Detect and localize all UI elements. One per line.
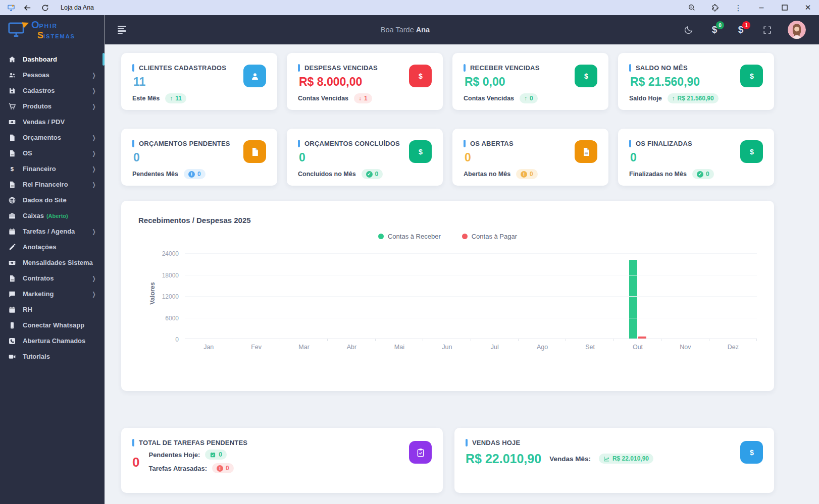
sidebar-item-label: Produtos: [23, 102, 52, 110]
chart-plot: Valores 24000180001200060000: [185, 253, 757, 339]
task-line: Tarefas Atrasadas:!0: [148, 463, 233, 473]
card-footer-label: Contas Vencidas: [464, 95, 514, 102]
sidebar-item-abertura-chamados[interactable]: Abertura Chamados: [0, 333, 105, 349]
x-axis-tick-label: Nov: [661, 344, 709, 351]
topbar: Boa Tarde Ana $ 0 $ 1: [105, 15, 819, 44]
sidebar-item-conectar-whatsapp[interactable]: Conectar Whatsapp: [0, 317, 105, 333]
sidebar-item-cadastros[interactable]: Cadastros❯: [0, 83, 105, 98]
logo-text: OPHIR SISTEMAS: [31, 20, 75, 40]
sidebar-item-label: Orçamentos: [23, 134, 61, 141]
dollar-tile-icon: $: [740, 140, 763, 163]
window-close-button[interactable]: ✕: [804, 4, 812, 12]
sidebar-item-label: Anotações: [23, 243, 56, 251]
card-footer-label: Saldo Hoje: [629, 95, 662, 102]
browser-bar: Loja da Ana ⋮ – ✕: [0, 0, 819, 15]
legend-label: Contas à Pagar: [472, 233, 517, 240]
user-name: Ana: [416, 26, 430, 34]
chevron-right-icon: ❯: [92, 275, 95, 282]
refresh-button[interactable]: [41, 4, 49, 12]
sidebar-item-vendas-pdv[interactable]: Vendas / PDV: [0, 114, 105, 130]
globe-icon: [8, 196, 16, 204]
payables-notification-icon[interactable]: $ 1: [735, 24, 746, 35]
sidebar-item-or-amentos[interactable]: Orçamentos❯: [0, 130, 105, 145]
dark-mode-icon[interactable]: [683, 24, 694, 35]
video-icon: [8, 352, 16, 361]
sidebar-item-label: Dados do Site: [23, 196, 67, 204]
x-axis-labels: JanFevMarAbrMaiJunJulAgoSetOutNovDez: [185, 344, 757, 351]
sidebar-item-tutoriais[interactable]: Tutoriais: [0, 349, 105, 364]
title-accent-bar: [629, 64, 631, 72]
x-axis-tick-label: Mar: [280, 344, 328, 351]
back-button[interactable]: [23, 4, 32, 12]
window-minimize-button[interactable]: –: [757, 4, 765, 12]
dollar-icon: $: [8, 164, 16, 173]
task-line-label: Pendentes Hoje:: [148, 451, 200, 459]
tab-title: Loja da Ana: [61, 4, 94, 11]
card-footer-pill: ↑R$ 21.560,90: [668, 93, 719, 103]
file-pdf-icon: [8, 149, 16, 157]
calendar-icon: [8, 227, 16, 236]
legend-item-contas-receber[interactable]: Contas à Receber: [378, 233, 441, 240]
sidebar-item-dashboard[interactable]: Dashboard: [0, 51, 105, 67]
sidebar-item-anota-es[interactable]: Anotações: [0, 239, 105, 255]
card-footer-pill: ✓0: [362, 169, 383, 179]
sidebar-item-label: Marketing: [23, 290, 54, 298]
sidebar-item-caixas[interactable]: Caixas(Aberto): [0, 208, 105, 223]
extensions-icon[interactable]: [711, 4, 719, 12]
arrow-up-icon: ↑: [524, 95, 527, 102]
sidebar-item-produtos[interactable]: Produtos❯: [0, 98, 105, 114]
sidebar-item-financeiro[interactable]: $Financeiro❯: [0, 161, 105, 177]
browser-menu-icon[interactable]: ⋮: [734, 4, 742, 12]
sidebar-item-rel-financeiro[interactable]: Rel Financeiro❯: [0, 177, 105, 192]
pill-value: 0: [375, 171, 379, 178]
receivables-notification-icon[interactable]: $ 0: [709, 24, 720, 35]
chart-card: Recebimentos / Despesas 2025 Contas à Re…: [121, 201, 774, 391]
sidebar-item-label: Tarefas / Agenda: [23, 228, 75, 235]
gridline: [185, 318, 757, 318]
sidebar-item-label: Conectar Whatsapp: [23, 321, 84, 329]
calendar-check-icon: [210, 452, 216, 458]
sidebar-item-pessoas[interactable]: Pessoas❯: [0, 67, 105, 83]
svg-text:$: $: [584, 72, 588, 80]
sidebar-item-label: Cadastros: [23, 87, 55, 94]
sidebar-item-mensalidades-sistema[interactable]: Mensalidades Sistema: [0, 255, 105, 270]
sidebar-item-marketing[interactable]: Marketing❯: [0, 286, 105, 302]
sales-tile-icon: $: [740, 441, 763, 464]
sidebar-item-contratos[interactable]: Contratos❯: [0, 270, 105, 286]
sidebar-toggle-icon[interactable]: [118, 26, 128, 34]
fullscreen-icon[interactable]: [761, 24, 773, 35]
bar-out-contas-receber: [629, 260, 637, 339]
logo[interactable]: OPHIR SISTEMAS: [0, 15, 105, 44]
sidebar-item-rh[interactable]: RH: [0, 302, 105, 317]
pill-value: 0: [530, 95, 533, 102]
sidebar-item-os[interactable]: OS❯: [0, 145, 105, 161]
sidebar-item-label: Vendas / PDV: [23, 118, 65, 126]
dollar-tile-icon: $: [740, 65, 763, 87]
task-line-label: Tarefas Atrasadas:: [148, 465, 207, 472]
file-pdf-icon: [8, 180, 16, 189]
svg-text:$: $: [750, 448, 754, 456]
cart-icon: [8, 102, 16, 110]
sidebar-item-tarefas-agenda[interactable]: Tarefas / Agenda❯: [0, 223, 105, 239]
sidebar: OPHIR SISTEMAS DashboardPessoas❯Cadastro…: [0, 15, 105, 504]
phone-icon: [8, 337, 16, 345]
legend-item-contas-pagar[interactable]: Contas à Pagar: [462, 233, 517, 240]
x-axis-tick-label: Mai: [376, 344, 423, 351]
stat-card-os-finalizadas: OS FINALIZADAS0Finalizadas no Mês✓0$: [618, 129, 774, 186]
sidebar-item-dados-do-site[interactable]: Dados do Site: [0, 192, 105, 208]
card-title: OS ABERTAS: [470, 140, 514, 147]
chevron-right-icon: ❯: [92, 165, 95, 173]
zoom-out-icon[interactable]: [688, 4, 696, 12]
save-icon: [8, 86, 16, 95]
person-tile-icon: [243, 65, 266, 87]
app-favicon: [7, 4, 15, 12]
gridline: [185, 275, 757, 275]
x-axis-tick-label: Set: [566, 344, 613, 351]
window-maximize-button[interactable]: [781, 4, 789, 12]
card-footer-pill: ✓0: [692, 169, 714, 179]
stat-card-despesas-vencidas: DESPESAS VENCIDASR$ 8.000,00Contas Venci…: [287, 53, 443, 110]
user-avatar[interactable]: [788, 21, 806, 39]
x-axis-tick-label: Ago: [519, 344, 566, 351]
sidebar-item-label: Abertura Chamados: [23, 337, 85, 345]
chart-line-icon: [603, 456, 610, 462]
